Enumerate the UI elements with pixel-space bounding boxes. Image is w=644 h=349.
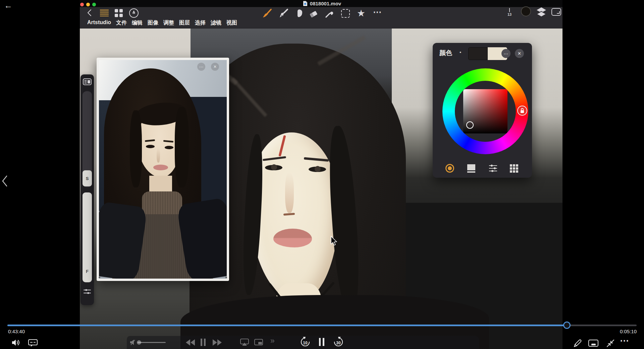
reference-image-window[interactable]: ⋯ ✕ xyxy=(97,58,229,281)
hamburger-menu-icon[interactable] xyxy=(99,9,109,16)
sliders-mode-button[interactable] xyxy=(489,164,497,172)
photo-hair-side-right xyxy=(175,107,189,187)
painting-lips xyxy=(273,229,312,247)
palette-mode-button[interactable] xyxy=(510,164,519,173)
skip-forward-30-button[interactable]: 30 xyxy=(333,337,344,348)
color-panel-dirty-dot: • xyxy=(460,49,461,55)
menu-item-image[interactable]: 图像 xyxy=(148,19,158,26)
box-mode-bar xyxy=(467,171,475,173)
photo-lips xyxy=(153,165,168,170)
wet-brush-tool-icon[interactable] xyxy=(278,8,289,18)
recorded-volume-track xyxy=(138,342,166,343)
video-frame[interactable]: ★ ⋯ 13 Artstudio 文件 编辑 图像 调整 图层 选择 滤镜 xyxy=(80,0,562,349)
pip-icon[interactable] xyxy=(588,340,598,347)
lock-icon xyxy=(518,106,527,115)
more-controls-chevrons: » xyxy=(270,336,275,345)
toolbar-more-icon[interactable]: ⋯ xyxy=(373,7,382,17)
panel-toggle-icon[interactable] xyxy=(83,78,92,85)
more-options-button[interactable]: ⋯ xyxy=(620,335,629,346)
brush-sidebar: S F xyxy=(80,74,94,305)
muted-speaker-icon xyxy=(129,339,138,346)
flow-slider-label: F xyxy=(83,269,92,274)
paint-brush-tool-icon[interactable] xyxy=(262,8,273,18)
photo-nose xyxy=(157,148,160,163)
volume-icon[interactable] xyxy=(11,339,21,347)
current-color-swatch[interactable] xyxy=(521,6,531,16)
back-button[interactable]: ← xyxy=(4,1,12,10)
reference-photo: ⋯ ✕ xyxy=(99,60,227,279)
recorded-pip-icon xyxy=(254,339,263,346)
traffic-light-zoom[interactable] xyxy=(92,3,96,6)
airplay-icon xyxy=(240,339,249,346)
menu-item-view[interactable]: 视图 xyxy=(226,19,237,26)
menu-item-adjust[interactable]: 调整 xyxy=(163,19,174,26)
elapsed-time: 0:43:40 xyxy=(8,329,25,334)
sidebar-settings-icon[interactable] xyxy=(83,288,91,295)
recorded-rewind-icon xyxy=(186,339,195,346)
brush-size-tick[interactable] xyxy=(509,8,510,12)
menu-item-select[interactable]: 选择 xyxy=(195,19,206,26)
wheel-mode-button[interactable] xyxy=(445,164,454,173)
color-panel-title: 颜色 xyxy=(439,49,452,57)
layers-icon[interactable] xyxy=(536,7,547,17)
menu-item-filter[interactable]: 滤镜 xyxy=(211,19,221,26)
remaining-time: 0:05:10 xyxy=(603,329,637,334)
menu-item-file[interactable]: 文件 xyxy=(116,19,127,26)
color-panel-close-button[interactable]: ✕ xyxy=(515,49,524,58)
menu-bar: Artstudio 文件 编辑 图像 调整 图层 选择 滤镜 视图 xyxy=(87,19,237,26)
menu-item-edit[interactable]: 编辑 xyxy=(132,19,143,26)
favorites-star-icon[interactable]: ★ xyxy=(357,8,365,19)
photo-eye-left xyxy=(146,145,155,148)
marquee-select-tool-icon[interactable] xyxy=(341,9,350,18)
skip-back-label: 10 xyxy=(303,341,308,345)
app-back-icon[interactable] xyxy=(87,9,93,17)
video-player-screen: ★ ⋯ 13 Artstudio 文件 编辑 图像 调整 图层 选择 滤镜 xyxy=(0,0,644,349)
color-panel-more-button[interactable]: ⋯ xyxy=(501,49,511,58)
eraser-tool-icon[interactable] xyxy=(309,9,320,18)
photo-eye-right xyxy=(165,146,173,149)
painting-iris-left xyxy=(271,164,277,170)
recording-titlebar xyxy=(80,0,562,7)
menu-item-layer[interactable]: 图层 xyxy=(179,19,190,26)
artstudio-toolbar: ★ ⋯ 13 Artstudio 文件 编辑 图像 调整 图层 选择 滤镜 xyxy=(80,7,562,28)
sv-selector[interactable] xyxy=(466,121,474,129)
timeline-track[interactable] xyxy=(7,325,637,326)
smudge-tool-icon[interactable] xyxy=(295,8,304,18)
primary-color-swatch[interactable] xyxy=(468,47,488,60)
eyedropper-tool-icon[interactable] xyxy=(324,8,334,18)
subtitles-icon[interactable] xyxy=(28,339,38,347)
box-mode-square xyxy=(467,164,475,170)
painting-nose-shadow xyxy=(285,173,294,213)
edge-chevron-left[interactable] xyxy=(1,175,9,187)
reference-resize-handle[interactable] xyxy=(225,277,227,278)
traffic-light-close[interactable] xyxy=(80,3,84,6)
reference-close-button[interactable]: ✕ xyxy=(211,63,219,71)
reference-more-button[interactable]: ⋯ xyxy=(197,63,205,71)
color-panel: 颜色 • ⋯ ✕ xyxy=(433,43,532,178)
painting-iris-right xyxy=(315,166,321,172)
traffic-light-minimize[interactable] xyxy=(86,3,90,6)
reference-resize-handle[interactable] xyxy=(99,277,100,278)
recorded-pause-icon xyxy=(201,339,206,346)
markup-pencil-icon[interactable] xyxy=(573,339,582,348)
timeline-playhead[interactable] xyxy=(563,322,571,329)
pause-button[interactable] xyxy=(319,338,324,346)
menu-item-artstudio[interactable]: Artstudio xyxy=(87,19,111,26)
gallery-grid-icon[interactable] xyxy=(114,9,123,17)
mouse-cursor xyxy=(330,236,338,246)
brush-size-value: 13 xyxy=(506,12,513,16)
size-slider-handle[interactable]: S xyxy=(83,170,92,186)
recorded-volume-knob xyxy=(137,340,141,345)
skip-forward-label: 30 xyxy=(336,341,341,345)
timeline-played xyxy=(7,325,567,326)
pen-mode-icon[interactable] xyxy=(129,8,139,18)
skip-back-10-button[interactable]: 10 xyxy=(300,337,311,348)
photo-hair-side-left xyxy=(130,110,142,187)
recorded-forward-icon xyxy=(213,339,222,346)
exit-fullscreen-icon[interactable] xyxy=(606,339,615,348)
wheel-mode-dot xyxy=(448,166,452,170)
canvas-frame-icon[interactable] xyxy=(551,7,562,17)
hue-lock-marker[interactable] xyxy=(517,106,527,116)
box-mode-button[interactable] xyxy=(467,164,475,173)
